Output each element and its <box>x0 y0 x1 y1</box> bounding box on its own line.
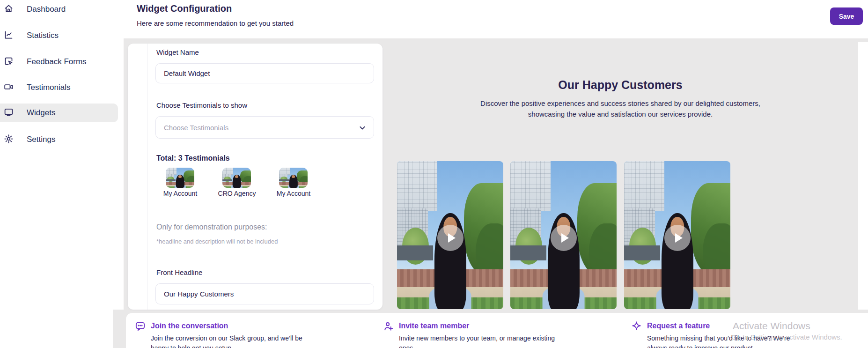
widget-config-form: Widget Name Choose Testimonials to show … <box>128 44 383 310</box>
sidebar-item-label: Testimonials <box>27 83 71 92</box>
footer-link-title[interactable]: Join the conversation <box>151 322 338 330</box>
footer-card-body: Invite new members to your team, or mana… <box>399 333 558 348</box>
testimonial-source-label: My Account <box>265 190 322 197</box>
sidebar-item-widgets[interactable]: Widgets <box>0 104 118 122</box>
portrait-video-still <box>166 168 194 188</box>
widget-name-input[interactable] <box>155 63 374 83</box>
total-testimonials-label: Total: 3 Testimonials <box>156 154 230 163</box>
stats-icon <box>4 30 14 42</box>
sidebar-item-dashboard[interactable]: Dashboard <box>0 0 118 19</box>
video-thumbnail[interactable] <box>397 161 503 309</box>
video-thumbnail[interactable] <box>510 161 617 309</box>
choose-testimonials-label: Choose Testimonials to show <box>156 101 247 109</box>
monitor-icon <box>4 107 14 119</box>
sidebar: Dashboard Statistics Feedback Forms Test… <box>0 0 124 310</box>
sidebar-item-feedback-forms[interactable]: Feedback Forms <box>0 52 118 71</box>
activate-windows-watermark-sub: Go to Settings to activate Windows. <box>731 333 842 341</box>
preview-heading: Our Happy Customers <box>475 78 765 92</box>
demo-note: Only for demonstration purposes: <box>156 223 267 231</box>
play-button-icon[interactable] <box>551 225 577 251</box>
testimonial-thumbnail[interactable] <box>279 168 308 188</box>
front-headline-input[interactable] <box>155 283 374 304</box>
page-title: Widget Configuration <box>137 3 232 14</box>
front-headline-label: Front Headline <box>156 268 202 276</box>
feedback-form-icon <box>4 56 14 68</box>
sidebar-item-testimonials[interactable]: Testimonials <box>0 78 118 97</box>
sidebar-item-label: Dashboard <box>27 5 66 14</box>
scrollbar-track[interactable] <box>858 42 868 310</box>
video-thumbnail[interactable] <box>624 161 730 309</box>
demo-subnote: *headline and description will not be in… <box>156 238 278 245</box>
play-button-icon[interactable] <box>437 225 463 251</box>
sidebar-item-statistics[interactable]: Statistics <box>0 26 118 45</box>
sidebar-item-label: Statistics <box>27 31 59 40</box>
preview-description: Discover the positive experiences and su… <box>475 98 765 119</box>
home-icon <box>4 4 14 15</box>
testimonial-thumbnail[interactable] <box>166 168 194 188</box>
gear-icon <box>4 134 14 146</box>
choose-testimonials-select[interactable]: Choose Testimonials <box>155 116 374 139</box>
sidebar-item-label: Feedback Forms <box>27 57 87 67</box>
footer-link-title[interactable]: Invite team member <box>399 322 586 330</box>
testimonial-source-label: CRO Agency <box>208 190 265 197</box>
play-button-icon[interactable] <box>664 225 691 251</box>
testimonial-thumbnail[interactable] <box>222 168 251 188</box>
page-header: Widget Configuration Here are some recom… <box>125 0 868 38</box>
sidebar-item-settings[interactable]: Settings <box>0 130 118 149</box>
page-subtitle: Here are some recommendation to get you … <box>137 19 294 27</box>
testimonial-source-label: My Account <box>152 190 209 197</box>
save-button[interactable]: Save <box>830 7 863 25</box>
portrait-video-still <box>222 168 251 188</box>
footer-card-body: Join the conversion on our Slack group, … <box>151 333 314 348</box>
activate-windows-watermark: Activate Windows <box>733 320 810 332</box>
sidebar-item-label: Widgets <box>27 108 55 118</box>
sidebar-item-label: Settings <box>27 135 55 144</box>
widget-name-label: Widget Name <box>156 48 199 56</box>
video-camera-icon <box>4 82 14 94</box>
portrait-video-still <box>279 168 308 188</box>
select-placeholder: Choose Testimonials <box>164 124 228 132</box>
